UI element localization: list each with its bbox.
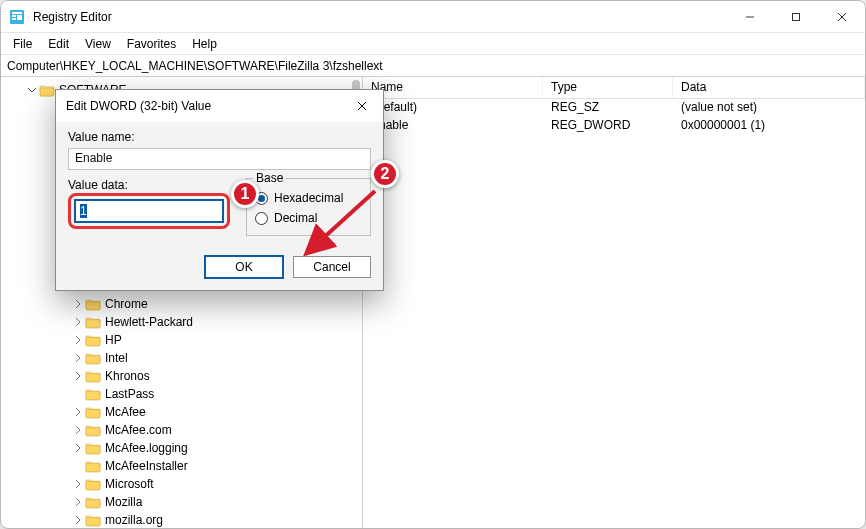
chevron-right-icon[interactable]: [71, 369, 85, 383]
tree-item-label: Microsoft: [105, 477, 154, 491]
chevron-right-icon[interactable]: [71, 513, 85, 527]
chevron-right-icon[interactable]: [71, 477, 85, 491]
cell-name: (Default): [363, 99, 543, 117]
radio-decimal[interactable]: Decimal: [255, 211, 362, 225]
svg-rect-21: [86, 518, 100, 526]
value-name-label: Value name:: [68, 130, 371, 144]
menu-view[interactable]: View: [77, 35, 119, 53]
svg-rect-16: [86, 428, 100, 436]
base-group: Base Hexadecimal Decimal: [246, 178, 371, 236]
tree-item-label: McAfee.logging: [105, 441, 188, 455]
svg-rect-9: [86, 302, 100, 310]
menu-favorites[interactable]: Favorites: [119, 35, 184, 53]
tree-item[interactable]: mozilla.org: [9, 511, 360, 528]
annotation-badge-1: 1: [231, 180, 259, 208]
folder-icon: [85, 477, 101, 491]
tree-item-label: mozilla.org: [105, 513, 163, 527]
value-data-input[interactable]: [75, 200, 223, 222]
svg-rect-13: [86, 374, 100, 382]
cell-data: 0x00000001 (1): [673, 117, 865, 135]
radio-hex-label: Hexadecimal: [274, 191, 343, 205]
titlebar: Registry Editor: [1, 1, 865, 33]
svg-rect-14: [86, 392, 100, 400]
svg-rect-3: [12, 18, 16, 20]
tree-item-label: Intel: [105, 351, 128, 365]
address-bar[interactable]: Computer\HKEY_LOCAL_MACHINE\SOFTWARE\Fil…: [1, 55, 865, 77]
dialog-title: Edit DWORD (32-bit) Value: [66, 99, 347, 113]
svg-rect-10: [86, 320, 100, 328]
folder-icon: [85, 513, 101, 527]
menu-edit[interactable]: Edit: [40, 35, 77, 53]
svg-rect-20: [86, 500, 100, 508]
tree-item-label: Chrome: [105, 297, 148, 311]
expander-spacer: [71, 387, 85, 401]
table-row[interactable]: (Default)REG_SZ(value not set): [363, 99, 865, 117]
folder-icon: [85, 315, 101, 329]
radio-hexadecimal[interactable]: Hexadecimal: [255, 191, 362, 205]
svg-rect-18: [86, 464, 100, 472]
folder-icon: [85, 423, 101, 437]
column-header-name[interactable]: Name: [363, 77, 543, 98]
tree-item[interactable]: McAfeeInstaller: [9, 457, 360, 475]
base-legend: Base: [253, 171, 286, 185]
chevron-right-icon[interactable]: [71, 297, 85, 311]
tree-item[interactable]: Intel: [9, 349, 360, 367]
chevron-right-icon[interactable]: [71, 423, 85, 437]
chevron-right-icon[interactable]: [71, 405, 85, 419]
expander-icon[interactable]: [25, 83, 39, 97]
folder-icon: [85, 333, 101, 347]
table-row[interactable]: EnableREG_DWORD0x00000001 (1): [363, 117, 865, 135]
folder-icon: [85, 459, 101, 473]
ok-button[interactable]: OK: [205, 256, 283, 278]
tree-item[interactable]: Mozilla: [9, 493, 360, 511]
tree-item[interactable]: Hewlett-Packard: [9, 313, 360, 331]
menu-help[interactable]: Help: [184, 35, 225, 53]
chevron-right-icon[interactable]: [71, 441, 85, 455]
tree-item[interactable]: Khronos: [9, 367, 360, 385]
tree-item[interactable]: HP: [9, 331, 360, 349]
maximize-button[interactable]: [773, 1, 819, 33]
tree-item[interactable]: McAfee.logging: [9, 439, 360, 457]
main-window: Registry Editor File Edit View Favorites…: [0, 0, 866, 529]
svg-rect-12: [86, 356, 100, 364]
menu-file[interactable]: File: [5, 35, 40, 53]
svg-rect-1: [12, 12, 22, 14]
tree-item[interactable]: Microsoft: [9, 475, 360, 493]
cell-name: Enable: [363, 117, 543, 135]
chevron-right-icon[interactable]: [71, 495, 85, 509]
folder-icon: [85, 441, 101, 455]
tree-item-label: McAfeeInstaller: [105, 459, 188, 473]
tree-item[interactable]: Chrome: [9, 295, 360, 313]
window-title: Registry Editor: [33, 10, 112, 24]
folder-icon: [85, 387, 101, 401]
tree-item-label: Mozilla: [105, 495, 142, 509]
svg-rect-11: [86, 338, 100, 346]
svg-rect-17: [86, 446, 100, 454]
cell-type: REG_SZ: [543, 99, 673, 117]
edit-dword-dialog: Edit DWORD (32-bit) Value Value name: En…: [55, 89, 384, 291]
list-pane[interactable]: Name Type Data (Default)REG_SZ(value not…: [363, 77, 865, 528]
close-button[interactable]: [819, 1, 865, 33]
column-header-data[interactable]: Data: [673, 77, 865, 98]
folder-icon: [85, 297, 101, 311]
tree-item[interactable]: McAfee.com: [9, 421, 360, 439]
folder-icon: [85, 351, 101, 365]
expander-spacer: [71, 459, 85, 473]
chevron-right-icon[interactable]: [71, 333, 85, 347]
list-header: Name Type Data: [363, 77, 865, 99]
svg-rect-19: [86, 482, 100, 490]
folder-icon: [85, 495, 101, 509]
address-path: Computer\HKEY_LOCAL_MACHINE\SOFTWARE\Fil…: [7, 59, 383, 73]
svg-rect-15: [86, 410, 100, 418]
tree-item[interactable]: LastPass: [9, 385, 360, 403]
cancel-button[interactable]: Cancel: [293, 256, 371, 278]
folder-icon: [85, 405, 101, 419]
tree-item[interactable]: McAfee: [9, 403, 360, 421]
column-header-type[interactable]: Type: [543, 77, 673, 98]
dialog-close-button[interactable]: [347, 92, 377, 120]
minimize-button[interactable]: [727, 1, 773, 33]
chevron-right-icon[interactable]: [71, 315, 85, 329]
tree-item-label: McAfee: [105, 405, 146, 419]
cell-type: REG_DWORD: [543, 117, 673, 135]
chevron-right-icon[interactable]: [71, 351, 85, 365]
